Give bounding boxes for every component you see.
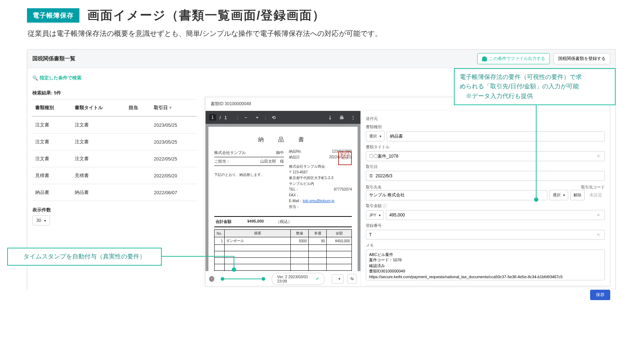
pdf-items-table: No. 摘要 数量 単価 金額 1ダンボール500090¥450,000 [214, 229, 352, 271]
table-row[interactable]: 納品書納品書2022/06/07 [32, 184, 197, 201]
page-size-select[interactable]: 30 [32, 215, 50, 225]
pdf-page-sep: / [220, 115, 221, 120]
label-memo: メモ [366, 243, 605, 248]
type-select[interactable]: 選択 [366, 131, 385, 141]
label-type: 書類種別 [366, 124, 605, 130]
label-title: 書類タイトル [366, 144, 605, 150]
section-sender: 送付元 [366, 116, 605, 121]
pdf-tel-label: TEL： [289, 187, 299, 191]
pdf-date-label: 納品日 [289, 154, 300, 160]
magnifier-icon: 🔍 [32, 75, 38, 81]
partner-code-value: 未設定 [587, 192, 605, 198]
version-slider[interactable] [218, 278, 268, 280]
zoom-in-icon[interactable]: ＋ [253, 113, 261, 121]
pdf-fax-label: FAX： [289, 192, 352, 198]
pdf-sender-zip: 〒123-4567 [289, 169, 352, 175]
save-button[interactable]: 保存 [590, 290, 610, 300]
document-table: 書類種別 書類タイトル 担当 取引日 ▾ 注文書注文書2023/05/25注文書… [32, 99, 197, 201]
version-pill[interactable]: Ver. 2 2023/03/01 23:09 ✔ [272, 273, 325, 285]
clear-icon[interactable]: ✕ [595, 213, 602, 218]
register-panel: 書類ID 30100000049 1 / 1 | − ＋ | ⟲ [205, 97, 610, 286]
pdf-contact-label: ご担当： [214, 159, 230, 164]
type-value[interactable] [390, 134, 602, 139]
check-icon: ✔ [316, 276, 319, 281]
print-icon[interactable]: 🖶 [337, 113, 345, 121]
export-button[interactable]: この条件でファイル出力する [477, 53, 550, 64]
label-partner: 取引先名 [366, 185, 382, 190]
pdf-page-total: 1 [224, 115, 227, 120]
pdf-sender-addr2: サンプルビル内 [289, 181, 352, 187]
pdf-contact: 山田太郎 様 [260, 159, 284, 164]
rotate-icon[interactable]: ⟲ [270, 113, 277, 121]
currency-select[interactable]: JPY [366, 210, 384, 220]
callout-visibility: 電子帳簿保存法の要件（可視性の要件）で求 められる「取引先/日付/金額」の入力が… [454, 68, 616, 105]
pdf-sender-addr1: 東京都千代田区大手町1-2-3 [289, 175, 352, 181]
pdf-tantou: 担当： [289, 204, 352, 210]
pdf-mail-label: E-Mail： [289, 199, 303, 203]
partner-clear-button[interactable]: 解除 [570, 190, 585, 200]
title-input[interactable] [369, 154, 593, 159]
label-date: 取引日 [366, 164, 605, 169]
pdf-no-label: 納品No. [289, 149, 302, 154]
pdf-onchu: 御中 [276, 150, 284, 155]
pdf-company: 株式会社サンプル [214, 150, 246, 155]
export-button-label: この条件でファイル出力する [489, 56, 545, 62]
download-icon[interactable]: ⤓ [326, 113, 334, 121]
cloud-download-icon [482, 56, 487, 61]
version-dropdown[interactable] [332, 274, 344, 284]
metadata-form: 送付元 書類種別 選択 書類タイトル ✕ 取引日 🗓 取引先名 取引先コード [361, 111, 610, 286]
pdf-doc-title: 納 品 書 [214, 136, 352, 144]
col-owner[interactable]: 担当 [125, 99, 150, 117]
col-type[interactable]: 書類種別 [32, 99, 71, 117]
date-input[interactable] [376, 173, 602, 178]
page-subtitle: 従業員は電子帳簿保存法の概要を意識せずとも、簡単/シンプルな操作で電子帳簿保存法… [28, 29, 616, 38]
table-row[interactable]: 注文書注文書2023/05/25 [32, 134, 197, 150]
version-label: Ver. 2 2023/03/01 23:09 [277, 275, 314, 283]
partner-select[interactable]: 選択 [549, 190, 568, 200]
page-title: 画面イメージ（書類一覧画面/登録画面） [87, 7, 325, 24]
table-row[interactable]: 注文書注文書2023/05/25 [32, 116, 197, 134]
table-row[interactable]: 見積書見積書2022/05/20 [32, 167, 197, 184]
pdf-total-label: 合計金額 [216, 219, 231, 224]
partner-input[interactable] [369, 193, 544, 198]
search-conditions-link[interactable]: 🔍 指定した条件で検索 [27, 73, 87, 83]
pdf-note: 下記のとおり、納品致します。 [214, 172, 284, 177]
pdf-mail[interactable]: toki-smu@tokium.jp [303, 199, 334, 203]
calendar-icon[interactable]: 🗓 [369, 173, 373, 178]
clear-icon[interactable]: ✕ [595, 232, 602, 237]
pdf-tel: 877752074 [334, 187, 352, 192]
register-button[interactable]: 国税関係書類を登録する [553, 53, 610, 64]
zoom-out-icon[interactable]: − [242, 113, 250, 121]
search-conditions-label: 指定した条件で検索 [40, 75, 82, 81]
amount-input[interactable] [389, 213, 593, 218]
col-title[interactable]: 書類タイトル [71, 99, 125, 117]
dencho-badge: 電子帳簿保存 [27, 8, 79, 23]
table-row[interactable]: 注文書注文書2022/05/25 [32, 150, 197, 167]
swap-icon[interactable]: ⇆ [347, 274, 357, 284]
pdf-page-current[interactable]: 1 [209, 114, 216, 121]
label-partner-code: 取引先コード [581, 185, 605, 190]
col-date[interactable]: 取引日 ▾ [150, 99, 197, 117]
pdf-tax-label: （税込） [276, 219, 292, 224]
pdf-viewer: 1 / 1 | − ＋ | ⟲ ⤓ 🖶 ⋮ [206, 111, 361, 286]
regno-input[interactable] [369, 232, 593, 237]
seal-stamp-icon: 株式会社サ [338, 151, 352, 165]
pdf-total-value: ¥495,000 [247, 219, 264, 224]
info-icon[interactable]: ! [209, 276, 214, 282]
more-icon[interactable]: ⋮ [349, 113, 357, 121]
list-title: 国税関係書類一覧 [32, 55, 75, 62]
clear-icon[interactable]: ✕ [595, 154, 602, 159]
callout-timestamp: タイムスタンプを自動付与（真実性の要件） [7, 248, 162, 266]
label-regno: 登録番号 [366, 223, 605, 228]
memo-textarea[interactable] [366, 249, 605, 280]
label-amount: 取引金額 ⓘ [366, 203, 605, 209]
